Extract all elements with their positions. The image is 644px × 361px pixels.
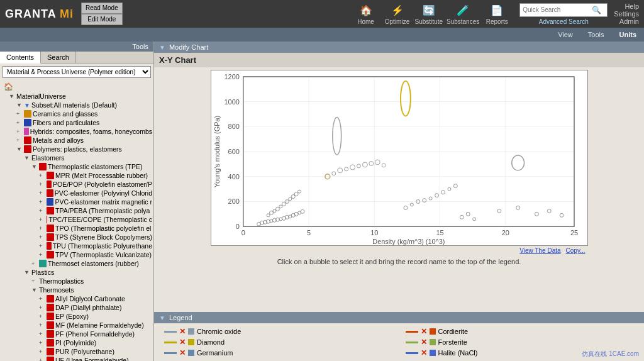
list-item[interactable]: + Fibers and particulates [1, 118, 152, 127]
tree-label: UF (Urea Formaldehyde) [55, 357, 129, 361]
category-icon [47, 339, 54, 347]
nav-substances[interactable]: 🧪 Substances [447, 3, 479, 25]
tools-label: Tools [132, 43, 148, 50]
search-input[interactable] [523, 6, 592, 13]
tree-label: MPR (Melt Processable rubber) [55, 172, 148, 179]
toggle-icon: + [16, 137, 23, 143]
scatter-plot[interactable]: 1200 1000 800 600 400 200 0 0 5 10 15 20… [211, 70, 588, 246]
left-tabs: Contents Search [0, 52, 153, 64]
list-item[interactable]: + Allyl Diglycol Carbonate [1, 294, 152, 303]
toggle-icon: + [31, 278, 38, 284]
legend-header[interactable]: ▼ Legend [154, 312, 644, 323]
list-item[interactable]: + TPU (Thermoplastic Polyurethane [1, 242, 152, 250]
tree-label: DAP (Diallyl phthalate) [55, 304, 121, 311]
sub-units[interactable]: Units [617, 30, 640, 40]
legend-square-icon [188, 328, 194, 335]
toggle-icon: + [39, 208, 45, 214]
tree-label: PVC-elastomer matrix magnetic r [55, 198, 152, 206]
list-item[interactable]: + TPO (Thermoplastic polyolefin el [1, 224, 152, 233]
nav-home[interactable]: 🏠 Home [352, 3, 380, 25]
list-item[interactable]: + MF (Melamine Formaldehyde) [1, 321, 152, 330]
quick-search-box[interactable]: 🔍 [519, 3, 608, 17]
legend-x-icon: ✕ [179, 338, 186, 347]
list-item[interactable]: + PVC-elastomer matrix magnetic r [1, 197, 152, 206]
toggle-icon: + [39, 199, 45, 205]
tree-label: PUR (Polyurethane) [55, 348, 114, 355]
list-item[interactable]: ▼ Plastics [1, 268, 152, 277]
tree-label: TPS (Styrene Block Copolymers) [55, 233, 152, 241]
list-item[interactable]: + Thermoplastics [1, 277, 152, 286]
legend-name: Chromic oxide [197, 328, 241, 335]
tree-area: 🏠 ▼ MaterialUniverse ▼ ▼ Subset:All mate… [0, 81, 153, 361]
list-item[interactable]: ▼ Thermoplastic elastomers (TPE) [1, 162, 152, 171]
list-item[interactable]: + Ceramics and glasses [1, 109, 152, 118]
settings-link[interactable]: Settings [614, 10, 639, 18]
toggle-icon: + [39, 340, 45, 346]
toggle-icon: + [39, 304, 45, 311]
universe-dropdown[interactable]: Material & Process Universe (Polymer edi… [3, 66, 151, 78]
nav-substitute[interactable]: 🔄 Substitute [415, 3, 443, 25]
help-link[interactable]: Help [614, 3, 639, 10]
list-item[interactable]: + TPC/TEEE/COPE (Thermoplastic c [1, 215, 152, 224]
view-data-link[interactable]: View The Data [519, 247, 560, 254]
copy-link[interactable]: Copy... [566, 247, 586, 254]
toggle-icon: + [39, 181, 45, 187]
legend-name: Diamond [197, 338, 225, 346]
list-item[interactable]: + TPS (Styrene Block Copolymers) [1, 233, 152, 242]
category-icon [39, 260, 47, 267]
tree-label: Plastics [31, 269, 54, 276]
home-icon: 🏠 [357, 3, 375, 18]
list-item[interactable]: + POE/POP (Polyolefin elastomer/P [1, 180, 152, 189]
legend-color [406, 331, 418, 333]
list-item[interactable]: + Hybrids: composites, foams, honeycombs [1, 127, 152, 136]
toggle-icon: + [39, 313, 45, 319]
search-area: 🔍 Advanced Search [519, 3, 608, 25]
list-item[interactable]: + DAP (Diallyl phthalate) [1, 303, 152, 312]
tab-search[interactable]: Search [41, 52, 76, 63]
toggle-icon: + [39, 357, 45, 361]
list-item[interactable]: + PUR (Polyurethane) [1, 347, 152, 356]
category-icon [47, 251, 54, 258]
list-item[interactable]: + Metals and alloys [1, 136, 152, 145]
nav-reports-label: Reports [486, 18, 508, 25]
read-mode-button[interactable]: Read Mode [81, 3, 123, 14]
list-item[interactable]: + TPA/PEBA (Thermoplastic polya [1, 206, 152, 215]
svg-text:600: 600 [228, 148, 239, 155]
tree-home[interactable]: 🏠 [1, 82, 152, 92]
mode-buttons: Read Mode Edit Mode [81, 3, 123, 25]
list-item[interactable]: ▼ Elastomers [1, 153, 152, 162]
toggle-icon: ▼ [31, 164, 38, 170]
list-item[interactable]: + Thermoset elastomers (rubber) [1, 259, 152, 268]
sub-tools[interactable]: Tools [586, 30, 607, 40]
list-item[interactable]: + PI (Polyimide) [1, 338, 152, 347]
category-icon [47, 242, 52, 250]
nav-reports[interactable]: 📄 Reports [483, 3, 511, 25]
list-item[interactable]: + MPR (Melt Processable rubber) [1, 171, 152, 180]
list-item[interactable]: + PF (Phenol Formaldehyde) [1, 330, 152, 338]
help-group: Help Settings Admin [614, 3, 639, 25]
list-item[interactable]: + EP (Epoxy) [1, 312, 152, 321]
toggle-icon: ▼ [31, 287, 38, 293]
list-item[interactable]: + PVC-elastomer (Polyvinyl Chlorid [1, 189, 152, 197]
legend-color [164, 352, 177, 354]
admin-link[interactable]: Admin [614, 18, 639, 25]
list-item[interactable]: + UF (Urea Formaldehyde) [1, 356, 152, 361]
substitute-icon: 🔄 [420, 3, 438, 18]
list-item[interactable]: ▼ Thermosets [1, 286, 152, 294]
list-item[interactable]: ▼ Polymers: plastics, elastomers [1, 145, 152, 153]
advanced-search-link[interactable]: Advanced Search [519, 18, 608, 25]
toggle-icon: + [16, 128, 23, 135]
svg-text:Density (kg/m^3) (10^3): Density (kg/m^3) (10^3) [372, 238, 445, 245]
list-item[interactable]: ▼ ▼ Subset:All materials (Default) [1, 101, 152, 109]
edit-mode-button[interactable]: Edit Mode [81, 14, 123, 25]
tree-label: TPA/PEBA (Thermoplastic polya [55, 207, 150, 214]
legend-items: ✕ Chromic oxide ✕ Cordierite ✕ Diamond ✕ [154, 323, 644, 361]
tree-label: Allyl Diglycol Carbonate [55, 295, 125, 303]
list-item: ✕ Chromic oxide [164, 327, 393, 336]
sub-view[interactable]: View [555, 30, 575, 40]
legend-name: Germanium [197, 349, 233, 357]
list-item[interactable]: + TPV (Thermoplastic Vulcanizate) [1, 250, 152, 259]
tab-contents[interactable]: Contents [0, 52, 41, 64]
list-item[interactable]: ▼ MaterialUniverse [1, 92, 152, 101]
nav-optimize[interactable]: ⚡ Optimize [384, 3, 411, 25]
